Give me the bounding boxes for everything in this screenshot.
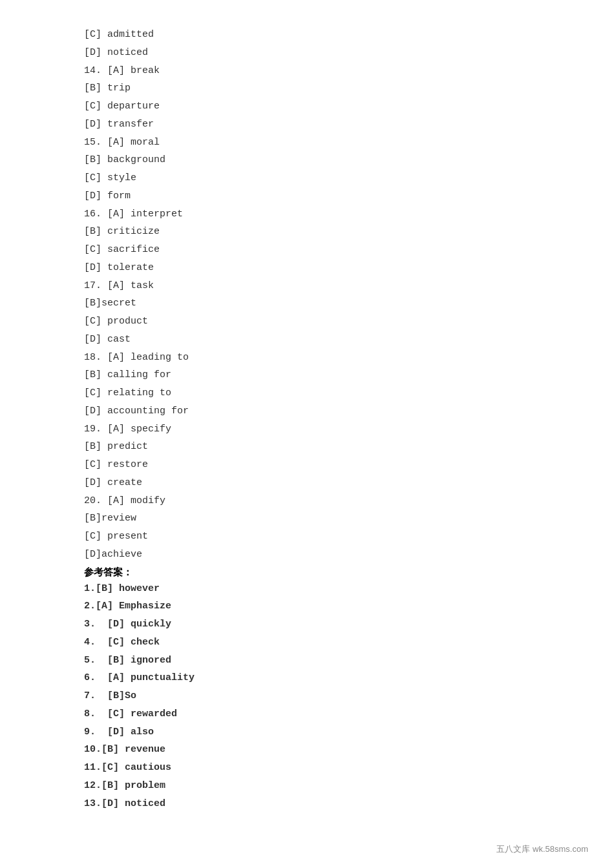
question-line: [D] cast bbox=[84, 331, 530, 349]
answer-line: 1.[B] however bbox=[84, 580, 530, 598]
answer-line: 9. [D] also bbox=[84, 723, 530, 741]
question-line: [D]achieve bbox=[84, 546, 530, 564]
question-line: 14. [A] break bbox=[84, 62, 530, 80]
question-line: [B] predict bbox=[84, 438, 530, 456]
question-line: [D] tolerate bbox=[84, 259, 530, 277]
question-line: [C] style bbox=[84, 169, 530, 187]
answer-line: 8. [C] rewarded bbox=[84, 705, 530, 723]
answer-line: 6. [A] punctuality bbox=[84, 669, 530, 687]
answer-section: 参考答案： 1.[B] however2.[A] Emphasize3. [D]… bbox=[84, 566, 530, 813]
question-line: 17. [A] task bbox=[84, 277, 530, 295]
answer-line: 10.[B] revenue bbox=[84, 741, 530, 759]
answer-list: 1.[B] however2.[A] Emphasize3. [D] quick… bbox=[84, 580, 530, 813]
question-line: [B]review bbox=[84, 510, 530, 528]
question-line: 18. [A] leading to bbox=[84, 349, 530, 367]
question-line: [C] departure bbox=[84, 98, 530, 116]
question-line: 19. [A] specify bbox=[84, 420, 530, 439]
question-line: 15. [A] moral bbox=[84, 134, 530, 152]
footer-text: 五八文库 wk.58sms.com bbox=[496, 844, 588, 854]
question-line: [C] sacrifice bbox=[84, 241, 530, 259]
answer-line: 3. [D] quickly bbox=[84, 615, 530, 634]
question-line: [C] restore bbox=[84, 456, 530, 474]
answer-line: 7. [B]So bbox=[84, 687, 530, 705]
question-line: [B] trip bbox=[84, 79, 530, 98]
question-line: [B] criticize bbox=[84, 223, 530, 241]
question-line: [D] accounting for bbox=[84, 402, 530, 420]
answer-line: 12.[B] problem bbox=[84, 777, 530, 795]
question-line: [D] transfer bbox=[84, 116, 530, 134]
question-line: [D] form bbox=[84, 187, 530, 205]
question-line: [B] background bbox=[84, 151, 530, 169]
question-line: [D] create bbox=[84, 474, 530, 492]
question-list: [C] admitted[D] noticed14. [A] break[B] … bbox=[84, 26, 530, 564]
question-line: [B]secret bbox=[84, 294, 530, 313]
question-line: 20. [A] modify bbox=[84, 492, 530, 510]
question-line: [C] relating to bbox=[84, 384, 530, 402]
question-line: [C] admitted bbox=[84, 26, 530, 44]
main-content: [C] admitted[D] noticed14. [A] break[B] … bbox=[0, 0, 614, 851]
answer-line: 11.[C] cautious bbox=[84, 759, 530, 777]
question-line: [C] product bbox=[84, 313, 530, 331]
answer-line: 4. [C] check bbox=[84, 634, 530, 652]
footer: 五八文库 wk.58sms.com bbox=[496, 843, 588, 855]
question-line: [B] calling for bbox=[84, 366, 530, 384]
answer-line: 13.[D] noticed bbox=[84, 795, 530, 813]
question-line: [C] present bbox=[84, 528, 530, 546]
question-line: 16. [A] interpret bbox=[84, 205, 530, 223]
answer-line: 2.[A] Emphasize bbox=[84, 597, 530, 615]
question-line: [D] noticed bbox=[84, 44, 530, 62]
answer-section-title: 参考答案： bbox=[84, 566, 530, 579]
answer-line: 5. [B] ignored bbox=[84, 652, 530, 670]
